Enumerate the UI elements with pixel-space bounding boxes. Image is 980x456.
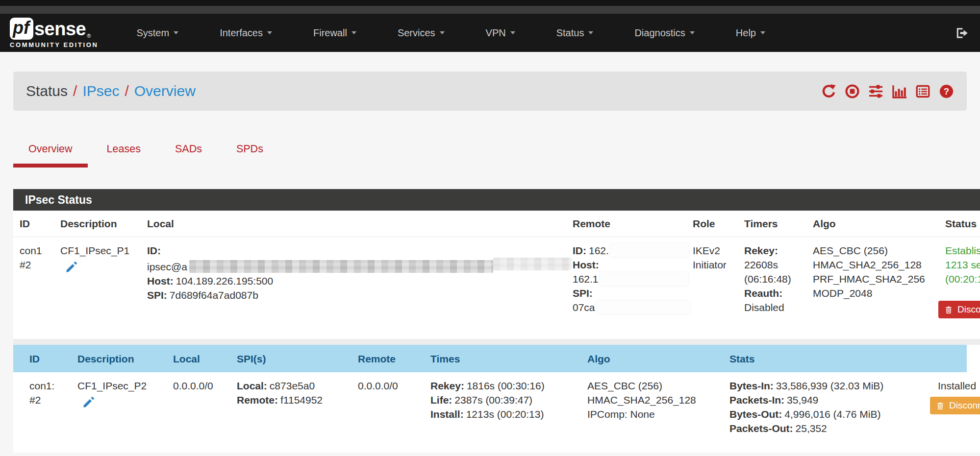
stop-icon[interactable] xyxy=(845,84,860,99)
child-local-cell: 0.0.0.0/0 xyxy=(169,372,233,446)
menu-item-interfaces[interactable]: Interfaces xyxy=(220,27,272,39)
column-header: Local xyxy=(169,345,233,372)
page-toolbar: ? xyxy=(821,84,954,99)
redacted-text xyxy=(600,272,688,286)
log-icon[interactable] xyxy=(915,84,930,99)
column-header: Remote xyxy=(354,345,427,372)
page-content: Status / IPsec / Overview ? Overview Lea… xyxy=(0,72,980,453)
pfsense-logo[interactable]: pf sense ® COMMUNITY EDITION xyxy=(10,18,98,48)
ike-timers-cell: Rekey: 22608s (06:16:48) Reauth: Disable… xyxy=(740,237,809,339)
column-header: Local xyxy=(143,211,569,237)
edit-icon[interactable] xyxy=(82,396,95,412)
child-id-cell: con1: #2 xyxy=(13,372,74,446)
tab-bar: Overview Leases SADs SPDs xyxy=(13,143,980,168)
column-header: Algo xyxy=(809,211,941,237)
ike-id-cell: con1 #2 xyxy=(13,237,56,339)
disconnect-button[interactable]: Disconnect xyxy=(930,397,980,414)
bar-chart-icon[interactable] xyxy=(892,84,907,99)
column-header-empty xyxy=(934,345,967,372)
tab-leases[interactable]: Leases xyxy=(92,143,156,168)
disconnect-button[interactable]: Disconnect xyxy=(938,301,980,318)
ipsec-status-panel: IPsec Status ID Description Local Remote… xyxy=(13,189,980,453)
child-stats-cell: Bytes-In:33,586,939 (32.03 MiB) Packets-… xyxy=(726,372,934,446)
ike-local-cell: ID: ipsec@a Host:104.189.226.195:500 SPI… xyxy=(143,237,569,339)
pf-logo-mark: pf xyxy=(10,18,33,40)
child-algo-cell: AES_CBC (256) HMAC_SHA2_256_128 IPComp: … xyxy=(583,372,726,446)
column-header: Remote xyxy=(569,211,689,237)
chevron-down-icon xyxy=(440,31,445,34)
sign-out-icon[interactable] xyxy=(954,25,969,41)
chevron-down-icon xyxy=(760,31,765,34)
column-header: Timers xyxy=(740,211,809,237)
table-row: con1: #2 CF1_IPsec_P2 0.0.0.0/0 Local:c8… xyxy=(13,372,980,453)
main-menu: System Interfaces Firewall Services VPN … xyxy=(136,27,765,39)
edit-icon[interactable] xyxy=(65,261,78,277)
breadcrumb: Status / IPsec / Overview ? xyxy=(13,72,967,111)
chevron-down-icon xyxy=(174,31,178,34)
child-description-cell: CF1_IPsec_P2 xyxy=(74,372,169,446)
menu-item-firewall[interactable]: Firewall xyxy=(313,27,356,39)
column-header: SPI(s) xyxy=(233,345,354,372)
chevron-down-icon xyxy=(510,31,515,34)
menu-item-help[interactable]: Help xyxy=(736,27,765,39)
column-header: Algo xyxy=(583,345,726,372)
sliders-icon[interactable] xyxy=(868,84,883,99)
chevron-down-icon xyxy=(588,31,593,34)
redacted-text xyxy=(597,301,690,314)
ike-remote-cell: ID:162. Host: 162.1 SPI: 07ca xyxy=(569,237,689,339)
menu-item-diagnostics[interactable]: Diagnostics xyxy=(634,27,694,39)
breadcrumb-separator: / xyxy=(73,83,77,99)
panel-title: IPsec Status xyxy=(13,189,980,211)
column-header: Role xyxy=(689,211,740,237)
logo-sense-text: sense xyxy=(34,20,86,38)
column-header: Description xyxy=(74,345,169,372)
status-text: Established xyxy=(945,243,980,258)
ike-table-header: ID Description Local Remote Role Timers … xyxy=(13,211,980,237)
table-row: con1 #2 CF1_IPsec_P1 ID: ipsec@a Host:10… xyxy=(13,237,980,339)
trash-icon xyxy=(936,401,945,410)
help-icon[interactable]: ? xyxy=(939,84,954,99)
child-table-header: ID Description Local SPI(s) Remote Times… xyxy=(13,345,967,372)
ike-role-cell: IKEv2 Initiator xyxy=(689,237,740,339)
browser-chrome-strip-light xyxy=(0,6,980,14)
breadcrumb-separator: / xyxy=(125,83,128,99)
chevron-down-icon xyxy=(352,31,356,34)
menu-item-status[interactable]: Status xyxy=(556,27,594,39)
child-state-cell: Installed Disconnect xyxy=(934,372,980,446)
menu-item-services[interactable]: Services xyxy=(398,27,445,39)
child-times-cell: Rekey:1816s (00:30:16) Life:2387s (00:39… xyxy=(427,372,583,446)
column-header: ID xyxy=(13,211,56,237)
status-text: (00:20:13) xyxy=(945,272,980,286)
tab-sads[interactable]: SADs xyxy=(160,143,217,168)
menu-item-system[interactable]: System xyxy=(136,27,178,39)
status-badge: Installed xyxy=(938,379,980,393)
column-header: Status xyxy=(941,211,980,237)
top-navbar: pf sense ® COMMUNITY EDITION System Inte… xyxy=(0,14,980,52)
column-header: Description xyxy=(56,211,143,237)
child-spi-cell: Local:c873e5a0 Remote:f1154952 xyxy=(233,372,354,446)
ike-description-cell: CF1_IPsec_P1 xyxy=(56,237,143,339)
breadcrumb-section: Status xyxy=(26,83,68,99)
tab-spds[interactable]: SPDs xyxy=(221,143,278,168)
status-text: 1213 seconds xyxy=(945,258,980,272)
table-divider xyxy=(13,339,980,345)
svg-text:?: ? xyxy=(944,86,949,96)
chevron-down-icon xyxy=(690,31,695,34)
column-header: Times xyxy=(427,345,583,372)
redacted-text xyxy=(189,260,493,273)
tab-overview[interactable]: Overview xyxy=(13,143,88,168)
breadcrumb-link-ipsec[interactable]: IPsec xyxy=(82,83,119,99)
redacted-text xyxy=(493,258,572,270)
column-header: Stats xyxy=(726,345,934,372)
refresh-icon[interactable] xyxy=(821,84,836,99)
redacted-text xyxy=(610,244,689,257)
trash-icon xyxy=(944,305,953,314)
browser-chrome-strip-dark xyxy=(0,0,980,6)
breadcrumb-link-overview[interactable]: Overview xyxy=(134,83,196,99)
chevron-down-icon xyxy=(267,31,272,34)
menu-item-vpn[interactable]: VPN xyxy=(486,27,515,39)
child-remote-cell: 0.0.0.0/0 xyxy=(354,372,427,446)
logo-edition-text: COMMUNITY EDITION xyxy=(10,42,98,48)
column-header: ID xyxy=(13,345,74,372)
ike-status-cell: Established 1213 seconds (00:20:13) Disc… xyxy=(941,237,980,339)
